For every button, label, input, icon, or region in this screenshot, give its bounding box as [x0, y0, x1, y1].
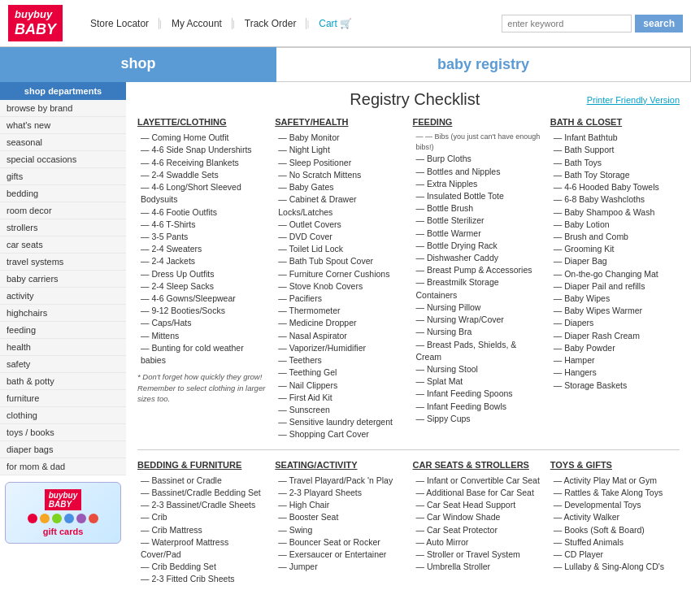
sidebar-item-strollers[interactable]: strollers [0, 219, 126, 236]
sidebar-item-room-decor[interactable]: room decor [0, 202, 126, 219]
feeding-column: FEEDING — Bibs (you just can't have enou… [413, 117, 542, 440]
sidebar-item-highchairs[interactable]: highchairs [0, 305, 126, 322]
item-travel-playard: Travel Playard/Pack 'n Play [275, 475, 404, 487]
tab-registry[interactable]: baby registry [276, 47, 691, 82]
safety-title: SAFETY/HEALTH [275, 117, 404, 127]
item-drying-rack: Bottle Drying Rack [413, 240, 542, 252]
layette-column: LAYETTE/CLOTHING Coming Home Outfit 4-6 … [137, 117, 267, 440]
item-grooming-kit: Grooming Kit [550, 243, 680, 255]
sidebar-item-travel-systems[interactable]: travel systems [0, 254, 126, 271]
store-locator-link[interactable]: Store Locator [80, 18, 159, 29]
cart-link[interactable]: Cart 🛒 [309, 18, 362, 29]
gift-card-logo: buybuy BABY [45, 489, 82, 510]
item-books: Books (Soft & Board) [550, 524, 680, 536]
item-bodysuits: 4-6 Long/Short Sleeved Bodysuits [137, 181, 267, 206]
item-crib: Crib [137, 511, 267, 523]
item-swaddle: 2-4 Swaddle Sets [137, 169, 267, 181]
checklist-grid: LAYETTE/CLOTHING Coming Home Outfit 4-6 … [137, 117, 680, 440]
item-bouncer-seat: Bouncer Seat or Rocker [275, 536, 404, 549]
search-area: search [502, 15, 683, 33]
sidebar-item-diaper-bags[interactable]: diaper bags [0, 441, 126, 458]
item-hamper: Hamper [550, 354, 680, 367]
item-window-shade: Car Window Shade [413, 511, 542, 523]
registry-title-row: Registry Checklist Printer Friendly Vers… [137, 90, 680, 109]
item-exersaucer: Exersaucer or Entertainer [275, 549, 404, 561]
item-seat-protector: Car Seat Protector [413, 524, 542, 536]
item-toilet-lid: Toilet Lid Lock [275, 243, 404, 255]
my-account-link[interactable]: My Account [162, 18, 233, 29]
sidebar-item-special-occasions[interactable]: special occasions [0, 151, 126, 168]
sidebar-item-car-seats[interactable]: car seats [0, 236, 126, 254]
item-bassinet: Bassinet or Cradle [137, 475, 267, 487]
sidebar-item-furniture[interactable]: furniture [0, 390, 126, 407]
item-bottle-sterilizer: Bottle Sterilizer [413, 215, 542, 227]
item-vaporizer: Vaporizer/Humidifier [275, 342, 404, 354]
tab-shop[interactable]: shop [0, 47, 276, 82]
circle-blue [64, 514, 74, 523]
item-high-chair: High Chair [275, 499, 404, 511]
toys-column: TOYS & GIFTS Activity Play Mat or Gym Ra… [550, 460, 680, 586]
sidebar-item-feeding[interactable]: feeding [0, 322, 126, 339]
printer-friendly-link[interactable]: Printer Friendly Version [587, 95, 680, 105]
item-nursing-wrap: Nursing Wrap/Cover [413, 314, 542, 326]
logo-line1: buybuy [15, 8, 56, 21]
item-caps: Caps/Hats [137, 317, 267, 329]
sidebar-item-clothing[interactable]: clothing [0, 407, 126, 424]
item-breast-pump: Breast Pump & Accessories [413, 264, 542, 276]
item-pants: 3-5 Pants [137, 231, 267, 243]
nav-links: Store Locator | My Account | Track Order… [80, 18, 362, 29]
item-nursing-bra: Nursing Bra [413, 326, 542, 338]
item-swing: Swing [275, 524, 404, 536]
item-additional-base: Additional Base for Car Seat [413, 487, 542, 499]
sidebar-item-toys-books[interactable]: toys / books [0, 424, 126, 441]
item-first-aid: First Aid Kit [275, 392, 404, 404]
item-breastmilk-storage: Breastmilk Storage Containers [413, 276, 542, 301]
sidebar-item-activity[interactable]: activity [0, 288, 126, 305]
header: buybuy BABY Store Locator | My Account |… [0, 0, 691, 47]
carseats-title: CAR SEATS & STROLLERS [413, 460, 542, 470]
item-coming-home: Coming Home Outfit [137, 132, 267, 144]
logo: buybuy BABY [8, 5, 63, 41]
sidebar-item-safety[interactable]: safety [0, 356, 126, 373]
item-bath-toy-storage: Bath Toy Storage [550, 169, 680, 181]
item-bunting: Bunting for cold weather babies [137, 342, 267, 367]
item-shopping-cart-cover: Shopping Cart Cover [275, 428, 404, 440]
sidebar-item-whats-new[interactable]: what's new [0, 117, 126, 134]
item-shampoo-wash: Baby Shampoo & Wash [550, 206, 680, 219]
search-input[interactable] [502, 15, 632, 33]
item-car-seat: Infant or Convertible Car Seat [413, 475, 542, 487]
sidebar-item-for-mom-and-dad[interactable]: for mom & dad [0, 458, 126, 475]
bedding-column: BEDDING & FURNITURE Bassinet or Cradle B… [137, 460, 267, 586]
item-furniture-corner: Furniture Corner Cushions [275, 268, 404, 280]
gift-card[interactable]: buybuy BABY gift cards [5, 482, 121, 544]
circle-purple [76, 514, 86, 523]
item-baby-powder: Baby Powder [550, 342, 680, 354]
track-order-link[interactable]: Track Order [235, 18, 307, 29]
sidebar-item-seasonal[interactable]: seasonal [0, 134, 126, 151]
sidebar-item-health[interactable]: health [0, 339, 126, 356]
content-area: Registry Checklist Printer Friendly Vers… [126, 82, 691, 593]
item-diaper-pail: Diaper Pail and refills [550, 280, 680, 293]
item-activity-mat: Activity Play Mat or Gym [550, 475, 680, 487]
layette-title: LAYETTE/CLOTHING [137, 117, 267, 127]
sidebar-item-bedding[interactable]: bedding [0, 185, 126, 202]
bath-title: BATH & CLOSET [550, 117, 680, 127]
sidebar-item-browse-by-brand[interactable]: browse by brand [0, 100, 126, 117]
gift-card-label: gift cards [43, 527, 84, 536]
feeding-title: FEEDING [413, 117, 542, 127]
item-booties: 9-12 Booties/Socks [137, 305, 267, 317]
circle-red2 [89, 514, 98, 523]
item-nursing-pillow: Nursing Pillow [413, 301, 542, 314]
circle-orange [40, 514, 50, 523]
item-crib-bedding: Crib Bedding Set [137, 561, 267, 573]
search-button[interactable]: search [635, 15, 683, 33]
item-teethers: Teethers [275, 354, 404, 367]
registry-title: Registry Checklist [243, 90, 587, 109]
item-sweaters: 2-4 Sweaters [137, 243, 267, 255]
sidebar-item-bath-potty[interactable]: bath & potty [0, 373, 126, 390]
item-nasal-aspirator: Nasal Aspirator [275, 330, 404, 342]
sidebar-item-gifts[interactable]: gifts [0, 168, 126, 185]
sidebar-item-baby-carriers[interactable]: baby carriers [0, 271, 126, 288]
item-sleep-positioner: Sleep Positioner [275, 157, 404, 169]
section-divider [137, 449, 680, 450]
